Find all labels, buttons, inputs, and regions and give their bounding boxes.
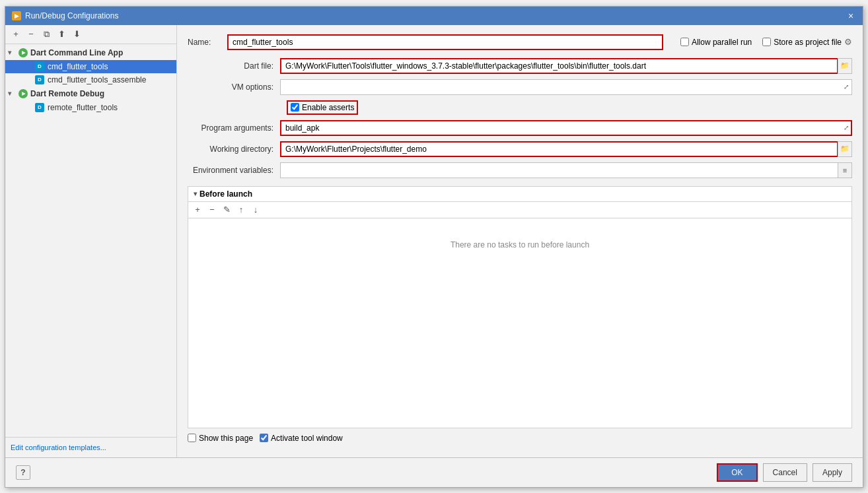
env-vars-input[interactable] xyxy=(280,162,838,178)
vm-options-row: VM options: ⤢ xyxy=(188,79,852,95)
env-vars-input-wrap: ≡ xyxy=(280,162,852,178)
close-button[interactable]: × xyxy=(846,11,856,21)
env-vars-row: Environment variables: ≡ xyxy=(188,162,852,178)
store-project-checkbox[interactable] xyxy=(762,38,771,46)
edit-templates-link[interactable]: Edit configuration templates... xyxy=(11,444,106,451)
dart-remote-group[interactable]: ▾ ▶ Dart Remote Debug xyxy=(5,86,176,101)
working-dir-input[interactable] xyxy=(280,141,838,157)
name-right-options: Allow parallel run Store as project file… xyxy=(680,37,852,47)
working-dir-browse-button[interactable]: 📁 xyxy=(838,141,852,157)
title-bar: ▶ Run/Debug Configurations × xyxy=(5,7,863,25)
dialog-title: Run/Debug Configurations xyxy=(25,11,118,20)
enable-asserts-checkbox[interactable] xyxy=(291,103,299,112)
dialog-icon: ▶ xyxy=(12,11,21,20)
footer-buttons: OK Cancel Apply xyxy=(717,463,852,482)
sidebar: + − ⧉ ⬆ ⬇ ▾ ▶ Dart Command Line App xyxy=(5,25,177,457)
enable-asserts-wrap: Enable asserts xyxy=(287,100,358,115)
env-vars-label: Environment variables: xyxy=(188,166,280,175)
add-config-button[interactable]: + xyxy=(9,28,22,41)
cancel-button[interactable]: Cancel xyxy=(763,463,807,482)
store-project-option: Store as project file ⚙ xyxy=(762,37,852,47)
before-launch-empty-message: There are no tasks to run before launch xyxy=(188,218,851,271)
ok-button[interactable]: OK xyxy=(717,463,757,482)
group-chevron: ▾ xyxy=(8,49,16,56)
dart-remote-label: Dart Remote Debug xyxy=(30,89,104,98)
activate-tool-label: Activate tool window xyxy=(271,434,343,443)
move-up-button[interactable]: ⬆ xyxy=(55,28,68,41)
before-launch-section: ▾ Before launch + − ✎ ↑ ↓ There are no t… xyxy=(188,186,852,428)
item-label-0: cmd_flutter_tools xyxy=(48,62,108,71)
dart-file-row: Dart file: 📁 xyxy=(188,58,852,74)
move-down-button[interactable]: ⬇ xyxy=(70,28,83,41)
program-args-row: Program arguments: ⤢ xyxy=(188,120,852,136)
sidebar-bottom: Edit configuration templates... xyxy=(5,437,176,457)
sidebar-item-remote-flutter-tools[interactable]: D remote_flutter_tools xyxy=(5,101,176,114)
remote-run-icon: ▶ xyxy=(18,88,28,99)
program-args-input[interactable] xyxy=(280,120,852,136)
name-row: Name: Allow parallel run Store as projec… xyxy=(188,34,852,50)
sidebar-toolbar: + − ⧉ ⬆ ⬇ xyxy=(5,25,176,44)
enable-asserts-label: Enable asserts xyxy=(302,103,354,112)
vm-options-label: VM options: xyxy=(188,82,280,92)
allow-parallel-checkbox[interactable] xyxy=(680,38,689,46)
env-vars-edit-button[interactable]: ≡ xyxy=(838,162,852,178)
activate-tool-checkbox[interactable] xyxy=(260,434,268,442)
dart-file-label: Dart file: xyxy=(188,61,280,71)
before-launch-header[interactable]: ▾ Before launch xyxy=(188,187,851,201)
run-config-icon: ▶ xyxy=(18,48,28,58)
dialog-footer: ? OK Cancel Apply xyxy=(5,457,863,487)
remove-config-button[interactable]: − xyxy=(24,28,38,41)
before-launch-fold-icon: ▾ xyxy=(194,190,197,197)
working-dir-label: Working directory: xyxy=(188,145,280,154)
before-launch-toolbar: + − ✎ ↑ ↓ xyxy=(188,201,851,218)
working-dir-input-wrap: 📁 xyxy=(280,141,852,157)
right-panel: Name: Allow parallel run Store as projec… xyxy=(177,25,863,457)
show-page-label: Show this page xyxy=(199,434,253,443)
item-label-1: cmd_flutter_tools_assemble xyxy=(48,75,146,84)
program-args-input-wrap: ⤢ xyxy=(280,120,852,136)
gear-icon[interactable]: ⚙ xyxy=(844,37,852,47)
dart-file-browse-button[interactable]: 📁 xyxy=(838,58,852,74)
name-input-wrap xyxy=(227,34,680,50)
before-launch-edit-btn[interactable]: ✎ xyxy=(220,203,233,216)
program-args-expand-icon[interactable]: ⤢ xyxy=(840,120,852,136)
dart-icon: D xyxy=(34,61,45,72)
remote-group-chevron: ▾ xyxy=(8,90,16,97)
before-launch-add-btn[interactable]: + xyxy=(191,203,204,216)
allow-parallel-option: Allow parallel run xyxy=(680,38,752,47)
bottom-checkboxes: Show this page Activate tool window xyxy=(188,428,852,448)
dart-file-input-wrap: 📁 xyxy=(280,58,852,74)
sidebar-item-cmd-flutter-tools[interactable]: D cmd_flutter_tools xyxy=(5,60,176,73)
show-page-checkbox[interactable] xyxy=(188,434,196,442)
copy-config-button[interactable]: ⧉ xyxy=(40,28,53,41)
vm-options-expand-icon[interactable]: ⤢ xyxy=(840,79,852,95)
enable-asserts-row: Enable asserts xyxy=(188,100,852,115)
name-label: Name: xyxy=(188,38,227,47)
before-launch-remove-btn[interactable]: − xyxy=(205,203,219,216)
name-input[interactable] xyxy=(227,34,663,50)
run-debug-dialog: ▶ Run/Debug Configurations × + − ⧉ ⬆ ⬇ ▾… xyxy=(5,6,863,488)
remote-dart-icon: D xyxy=(34,102,45,113)
help-button[interactable]: ? xyxy=(16,465,30,480)
sidebar-item-cmd-flutter-tools-assemble[interactable]: D cmd_flutter_tools_assemble xyxy=(5,73,176,86)
sidebar-tree: ▾ ▶ Dart Command Line App D cmd_flutter_… xyxy=(5,44,176,437)
program-args-label: Program arguments: xyxy=(188,123,280,133)
store-project-label: Store as project file xyxy=(774,38,842,47)
activate-tool-option: Activate tool window xyxy=(260,434,343,443)
working-dir-row: Working directory: 📁 xyxy=(188,141,852,157)
apply-button[interactable]: Apply xyxy=(813,463,852,482)
vm-options-input-wrap: ⤢ xyxy=(280,79,852,95)
dart-cmdline-group[interactable]: ▾ ▶ Dart Command Line App xyxy=(5,46,176,60)
dart-icon2: D xyxy=(34,75,45,85)
before-launch-up-btn[interactable]: ↑ xyxy=(235,203,248,216)
dart-file-input[interactable] xyxy=(280,58,838,74)
before-launch-down-btn[interactable]: ↓ xyxy=(249,203,262,216)
allow-parallel-label: Allow parallel run xyxy=(692,38,752,47)
before-launch-label: Before launch xyxy=(199,189,252,199)
show-page-option: Show this page xyxy=(188,434,253,443)
dart-group-label: Dart Command Line App xyxy=(30,48,123,57)
vm-options-input[interactable] xyxy=(280,79,852,95)
remote-item-label: remote_flutter_tools xyxy=(48,103,118,112)
